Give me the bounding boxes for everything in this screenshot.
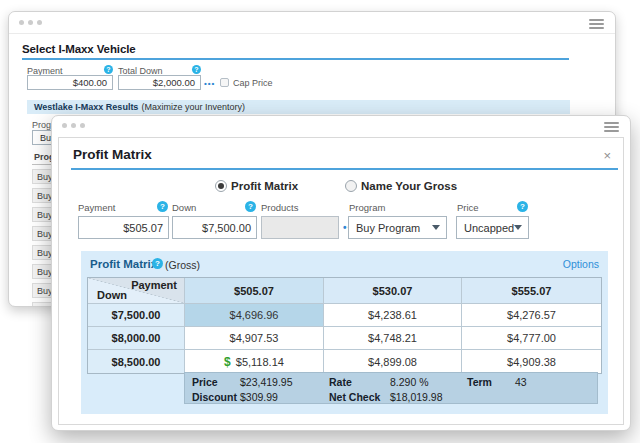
window-dots-icon: [62, 123, 85, 128]
panel-gross-label: (Gross): [165, 259, 200, 271]
term-label: Term: [467, 376, 515, 388]
payment-column-header: $530.07: [324, 278, 462, 304]
program-select-value: Buy Program: [356, 222, 420, 234]
corner-payment-label: Payment: [131, 279, 177, 291]
matrix-cell[interactable]: $4,909.38: [462, 350, 601, 373]
rate-value: 8.290 %: [390, 376, 467, 388]
payment-input[interactable]: $505.07: [78, 216, 169, 239]
products-input: [261, 216, 339, 239]
help-icon[interactable]: ?: [157, 201, 168, 212]
matrix-footer: Price $23,419.95 Rate 8.290 % Term 43 Di…: [184, 372, 598, 404]
help-icon[interactable]: ?: [245, 201, 256, 212]
price-label: Price: [457, 202, 479, 213]
chevron-down-icon: [514, 225, 522, 230]
title-underline: [22, 58, 569, 60]
options-link[interactable]: Options: [563, 258, 599, 270]
matrix-cell-selected[interactable]: $4,696.96: [185, 304, 324, 327]
payment-column-header: $505.07: [185, 278, 324, 304]
help-icon[interactable]: ?: [192, 65, 201, 74]
help-icon[interactable]: ?: [104, 65, 113, 74]
matrix-cell[interactable]: $4,777.00: [462, 327, 601, 350]
title-underline: [71, 168, 618, 170]
help-icon[interactable]: ?: [517, 201, 528, 212]
menu-icon[interactable]: [589, 19, 604, 29]
window-titlebar: [9, 12, 615, 34]
discount-value: $309.99: [240, 391, 329, 403]
payment-column-header: $555.07: [462, 278, 601, 304]
matrix-cell-best[interactable]: $ $5,118.14: [185, 350, 324, 373]
matrix-cell[interactable]: $4,899.08: [324, 350, 462, 373]
products-label: Products: [261, 202, 299, 213]
best-deal-dollar-icon: $: [224, 355, 231, 369]
profit-matrix-radio-label[interactable]: Profit Matrix: [231, 180, 298, 192]
down-row-header: $7,500.00: [88, 304, 185, 327]
payment-input[interactable]: $400.00: [27, 75, 113, 90]
menu-icon[interactable]: [604, 122, 619, 132]
corner-down-label: Down: [97, 289, 127, 301]
total-down-ellipsis-button[interactable]: •••: [204, 79, 215, 89]
matrix-corner-cell: Payment Down: [88, 278, 185, 304]
matrix-cell[interactable]: $4,276.57: [462, 304, 601, 327]
payment-label: Payment: [78, 202, 116, 213]
down-label: Down: [172, 202, 196, 213]
close-icon[interactable]: ×: [603, 149, 611, 162]
modal-content: Profit Matrix × Profit Matrix Name Your …: [58, 137, 624, 425]
page-title: Select I-Maxx Vehicle: [22, 43, 136, 55]
results-subtitle: (Maximize your Inventory): [141, 102, 245, 112]
price-select-value: Uncapped: [464, 222, 514, 234]
program-select[interactable]: Buy Program: [348, 216, 447, 239]
price-total-label: Price: [192, 376, 240, 388]
discount-label: Discount: [192, 391, 240, 403]
modal-title: Profit Matrix: [73, 147, 152, 162]
profit-matrix-window: Profit Matrix × Profit Matrix Name Your …: [51, 115, 631, 431]
down-row-header: $8,500.00: [88, 350, 185, 373]
profit-matrix-table: Payment Down $505.07 $530.07 $555.07 $7,…: [87, 277, 602, 374]
panel-title: Profit Matrix: [90, 258, 157, 270]
net-check-label: Net Check: [329, 391, 390, 403]
matrix-cell[interactable]: $4,238.61: [324, 304, 462, 327]
matrix-cell-value: $5,118.14: [236, 356, 284, 368]
name-your-gross-radio-label[interactable]: Name Your Gross: [361, 180, 457, 192]
matrix-cell[interactable]: $4,748.21: [324, 327, 462, 350]
down-input[interactable]: $7,500.00: [172, 216, 257, 239]
rate-label: Rate: [329, 376, 390, 388]
price-total-value: $23,419.95: [240, 376, 329, 388]
net-check-value: $18,019.98: [390, 391, 467, 403]
name-your-gross-radio[interactable]: [345, 180, 357, 192]
cap-price-label: Cap Price: [233, 78, 273, 88]
window-dots-icon: [19, 20, 42, 25]
results-header-bar: Westlake I-Maxx Results (Maximize your I…: [27, 100, 570, 114]
cap-price-checkbox[interactable]: [220, 78, 229, 87]
profit-matrix-radio[interactable]: [215, 180, 227, 192]
down-row-header: $8,000.00: [88, 327, 185, 350]
results-title: Westlake I-Maxx Results: [34, 102, 138, 112]
term-value: 43: [515, 376, 597, 388]
price-select[interactable]: Uncapped: [456, 216, 529, 239]
program-label: Program: [349, 202, 385, 213]
matrix-cell[interactable]: $4,907.53: [185, 327, 324, 350]
chevron-down-icon: [432, 225, 440, 230]
profit-matrix-panel: Profit Matrix ? (Gross) Options Payment …: [81, 251, 608, 414]
help-icon[interactable]: ?: [152, 258, 163, 269]
total-down-input[interactable]: $2,000.00: [118, 75, 201, 90]
